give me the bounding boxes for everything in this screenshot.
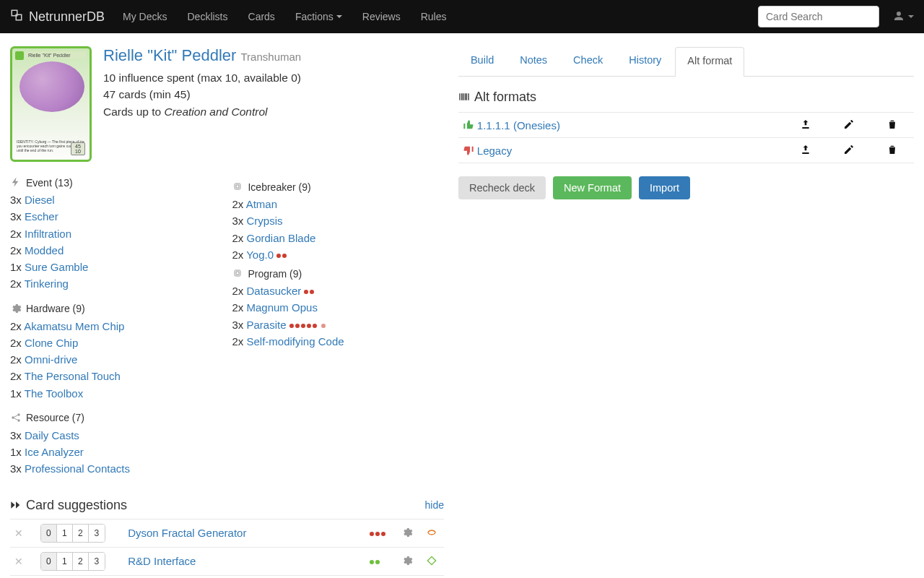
user-menu[interactable] bbox=[892, 9, 914, 25]
nav-my-decks[interactable]: My Decks bbox=[123, 11, 167, 22]
card-link[interactable]: Crypsis bbox=[247, 215, 283, 227]
card-art-stats: 45 10 bbox=[71, 142, 85, 155]
svg-rect-5 bbox=[235, 184, 240, 189]
identity-card-art[interactable]: Rielle "Kit" Peddler IDENTITY: Cyborg — … bbox=[10, 46, 92, 162]
card-line: 3x Crypsis bbox=[232, 212, 443, 229]
edit-button[interactable] bbox=[827, 113, 871, 138]
faction-icon bbox=[426, 556, 437, 567]
card-link[interactable]: The Toolbox bbox=[25, 387, 83, 400]
suggestion-row: ✕0123R&D Interface bbox=[10, 547, 444, 575]
tab-alt-format[interactable]: Alt format bbox=[675, 47, 744, 77]
card-line: 2x Datasucker bbox=[232, 282, 443, 299]
section-heading: Event (13) bbox=[10, 176, 222, 189]
suggestions-table: ✕0123Dyson Fractal Generator✕0123R&D Int… bbox=[10, 519, 444, 579]
card-link[interactable]: Akamatsu Mem Chip bbox=[24, 320, 124, 332]
svg-rect-7 bbox=[235, 270, 240, 276]
svg-point-4 bbox=[17, 419, 19, 421]
qty-button-1[interactable]: 1 bbox=[57, 553, 73, 570]
alt-format-link[interactable]: 1.1.1.1 (Onesies) bbox=[477, 119, 560, 131]
card-link[interactable]: Atman bbox=[246, 198, 277, 210]
edit-button[interactable] bbox=[827, 138, 871, 163]
search-input[interactable] bbox=[758, 6, 879, 27]
brand-text: NetrunnerDB bbox=[29, 9, 105, 25]
tab-check[interactable]: Check bbox=[561, 46, 615, 76]
qty-button-2[interactable]: 2 bbox=[73, 553, 89, 570]
delete-button[interactable] bbox=[871, 113, 914, 138]
nav-factions-label[interactable]: Factions bbox=[295, 11, 334, 22]
card-link[interactable]: Yog.0 bbox=[246, 249, 274, 261]
tab-build[interactable]: Build bbox=[458, 46, 506, 76]
svg-point-2 bbox=[12, 416, 14, 418]
recheck-button[interactable]: Recheck deck bbox=[458, 176, 546, 199]
delete-button[interactable] bbox=[871, 138, 914, 163]
card-link[interactable]: Ice Analyzer bbox=[25, 446, 84, 458]
card-line: 2x Akamatsu Mem Chip bbox=[10, 318, 222, 335]
section-heading: Icebreaker (9) bbox=[232, 181, 443, 193]
card-link[interactable]: Magnum Opus bbox=[247, 301, 318, 314]
remove-suggestion[interactable]: ✕ bbox=[14, 556, 27, 567]
qty-button-3[interactable]: 3 bbox=[89, 525, 105, 542]
card-line: 3x Escher bbox=[10, 208, 222, 225]
navbar: NetrunnerDB My Decks Decklists Cards Fac… bbox=[0, 0, 924, 33]
identity-link[interactable]: Rielle "Kit" Peddler bbox=[103, 46, 236, 64]
tab-bar: BuildNotesCheckHistoryAlt format bbox=[458, 46, 914, 77]
card-line: 3x Parasite bbox=[232, 316, 443, 333]
nav-reviews[interactable]: Reviews bbox=[362, 11, 401, 22]
influence-line: 10 influence spent (max 10, available 0) bbox=[103, 69, 301, 86]
qty-button-1[interactable]: 1 bbox=[57, 525, 73, 542]
section-heading: Program (9) bbox=[232, 267, 443, 280]
card-link[interactable]: Tinkering bbox=[25, 277, 69, 290]
card-line: 1x The Toolbox bbox=[10, 385, 222, 402]
card-link[interactable]: Modded bbox=[25, 244, 64, 256]
suggestion-row: ✕0123Dyson Fractal Generator bbox=[10, 519, 444, 547]
card-line: 2x Self-modifying Code bbox=[232, 333, 443, 350]
tab-history[interactable]: History bbox=[616, 46, 674, 76]
influence-pips bbox=[370, 532, 385, 536]
suggestion-card-link[interactable]: Dyson Fractal Generator bbox=[128, 527, 246, 539]
qty-button-2[interactable]: 2 bbox=[73, 525, 89, 542]
influence-pips bbox=[370, 560, 380, 564]
card-link[interactable]: Daily Casts bbox=[25, 429, 79, 441]
suggestions-title: Card suggestions bbox=[10, 498, 127, 513]
qty-button-0[interactable]: 0 bbox=[41, 525, 57, 542]
export-button[interactable] bbox=[784, 138, 827, 163]
card-link[interactable]: Professional Contacts bbox=[25, 462, 130, 475]
card-link[interactable]: Diesel bbox=[25, 194, 55, 206]
remove-suggestion[interactable]: ✕ bbox=[14, 527, 27, 539]
card-link[interactable]: Omni-drive bbox=[25, 353, 77, 366]
brand[interactable]: NetrunnerDB bbox=[10, 9, 105, 25]
hide-suggestions[interactable]: hide bbox=[424, 499, 443, 511]
upto-line: Cards up to Creation and Control bbox=[103, 103, 301, 120]
card-line: 2x Clone Chip bbox=[10, 335, 222, 351]
nav-cards[interactable]: Cards bbox=[248, 11, 275, 22]
card-link[interactable]: The Personal Touch bbox=[25, 370, 121, 382]
new-format-button[interactable]: New Format bbox=[553, 176, 632, 199]
tab-notes[interactable]: Notes bbox=[507, 46, 559, 76]
nav-factions[interactable]: Factions bbox=[295, 11, 342, 22]
card-link[interactable]: Sure Gamble bbox=[25, 261, 88, 273]
deck-left-col: Event (13)3x Diesel3x Escher2x Infiltrat… bbox=[10, 176, 222, 478]
qty-group: 0123 bbox=[40, 552, 105, 571]
alt-format-link[interactable]: Legacy bbox=[477, 144, 512, 157]
card-link[interactable]: Self-modifying Code bbox=[247, 335, 344, 348]
card-link[interactable]: Parasite bbox=[247, 319, 287, 331]
card-link[interactable]: Escher bbox=[25, 210, 58, 223]
svg-rect-8 bbox=[236, 272, 239, 275]
qty-button-0[interactable]: 0 bbox=[41, 553, 57, 570]
card-line: 1x Ice Analyzer bbox=[10, 444, 222, 460]
nav-decklists[interactable]: Decklists bbox=[188, 11, 228, 22]
card-link[interactable]: Datasucker bbox=[247, 285, 302, 297]
brand-icon bbox=[10, 9, 23, 25]
card-link[interactable]: Infiltration bbox=[25, 228, 71, 240]
import-button[interactable]: Import bbox=[639, 176, 690, 199]
export-button[interactable] bbox=[784, 113, 827, 138]
alt-heading: Alt formats bbox=[458, 90, 914, 105]
card-line: 1x Sure Gamble bbox=[10, 259, 222, 275]
influence-pips bbox=[276, 254, 287, 258]
svg-rect-10 bbox=[802, 127, 808, 129]
suggestion-card-link[interactable]: R&D Interface bbox=[128, 555, 196, 567]
card-link[interactable]: Gordian Blade bbox=[247, 232, 316, 244]
qty-button-3[interactable]: 3 bbox=[89, 553, 105, 570]
card-link[interactable]: Clone Chip bbox=[25, 337, 78, 349]
nav-rules[interactable]: Rules bbox=[421, 11, 447, 22]
